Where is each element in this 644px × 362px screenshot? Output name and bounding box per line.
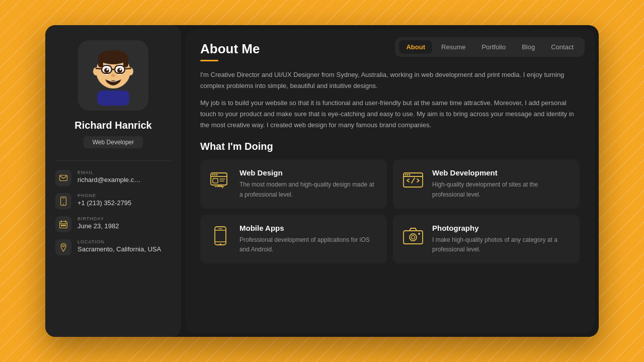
location-value: Sacramento, California, USA [77, 245, 161, 253]
bio-paragraph-1: I'm Creative Director and UI/UX Designer… [200, 69, 580, 92]
contact-info-birthday: BIRTHDAY June 23, 1982 [77, 216, 119, 230]
svg-point-58 [418, 233, 420, 235]
tab-about[interactable]: About [399, 40, 432, 54]
avatar [83, 45, 143, 106]
web-development-icon [403, 170, 424, 191]
web-development-name: Web Development [432, 168, 572, 177]
email-icon [55, 170, 71, 186]
tab-portfolio[interactable]: Portfolio [474, 40, 513, 54]
birthday-icon [55, 216, 71, 232]
title-underline [200, 60, 218, 61]
services-title: What I'm Doing [200, 141, 580, 152]
tab-resume[interactable]: Resume [434, 40, 472, 54]
sidebar: Richard Hanrick Web Developer EMAIL rich… [45, 25, 181, 337]
svg-point-10 [117, 68, 122, 73]
svg-point-4 [100, 51, 126, 61]
avatar-container [78, 40, 148, 111]
mobile-apps-info: Mobile Apps Professional development of … [239, 224, 379, 254]
svg-line-49 [412, 178, 415, 183]
svg-point-47 [407, 174, 409, 175]
web-development-info: Web Development High-quality development… [432, 168, 572, 199]
svg-point-56 [410, 234, 417, 241]
email-value: richard@example.c… [77, 176, 140, 184]
content-area: About Resume Portfolio Blog Contact Abou… [185, 29, 595, 333]
service-card-web-development: Web Development High-quality development… [393, 159, 580, 208]
contact-info-location: LOCATION Sacramento, California, USA [77, 239, 161, 253]
nav-tabs: About Resume Portfolio Blog Contact [395, 37, 585, 57]
bio-paragraph-2: My job is to build your website so that … [200, 98, 580, 131]
contact-item-phone: PHONE +1 (213) 352-2795 [55, 193, 171, 209]
contact-info-phone: PHONE +1 (213) 352-2795 [77, 193, 131, 207]
services-section: What I'm Doing [200, 141, 580, 263]
svg-point-32 [62, 245, 64, 247]
photography-icon-wrap [401, 224, 425, 248]
svg-point-46 [405, 174, 407, 175]
services-grid: Web Design The most modern and high-qual… [200, 159, 580, 263]
phone-label: PHONE [77, 193, 131, 198]
contact-item-location: LOCATION Sacramento, California, USA [55, 239, 171, 255]
photography-icon [403, 225, 424, 246]
svg-rect-38 [213, 178, 218, 183]
web-design-info: Web Design The most modern and high-qual… [239, 168, 379, 199]
svg-rect-29 [61, 225, 62, 226]
service-card-photography: Photography I make high-quality photos o… [393, 215, 580, 263]
contact-list: EMAIL richard@example.c… PHONE +1 (213) … [55, 170, 171, 255]
photography-info: Photography I make high-quality photos o… [432, 224, 572, 254]
svg-point-35 [212, 174, 214, 175]
svg-point-57 [412, 235, 415, 239]
photography-name: Photography [432, 224, 572, 232]
svg-point-53 [220, 243, 221, 245]
photography-desc: I make high-quality photos of any catego… [432, 235, 572, 254]
email-label: EMAIL [77, 170, 140, 175]
web-development-icon-wrap [401, 168, 425, 193]
profile-badge: Web Developer [84, 136, 143, 148]
tab-contact[interactable]: Contact [544, 40, 581, 54]
contact-info-email: EMAIL richard@example.c… [77, 170, 140, 184]
svg-rect-31 [64, 225, 66, 226]
service-card-web-design: Web Design The most modern and high-qual… [200, 159, 387, 208]
contact-item-birthday: BIRTHDAY June 23, 1982 [55, 216, 171, 232]
svg-line-16 [96, 68, 102, 69]
svg-line-17 [125, 68, 131, 69]
svg-point-12 [120, 68, 122, 70]
web-development-desc: High-quality development of sites at the… [432, 180, 572, 199]
web-design-icon [210, 170, 231, 191]
svg-rect-20 [97, 90, 129, 106]
phone-value: +1 (213) 352-2795 [77, 199, 131, 207]
location-label: LOCATION [77, 239, 161, 244]
svg-point-9 [104, 68, 109, 73]
main-card: Richard Hanrick Web Developer EMAIL rich… [45, 25, 599, 337]
profile-name: Richard Hanrick [74, 120, 151, 131]
birthday-label: BIRTHDAY [77, 216, 119, 221]
svg-point-48 [409, 174, 411, 175]
svg-rect-30 [63, 225, 64, 226]
mobile-apps-desc: Professional development of applications… [239, 235, 379, 254]
service-card-mobile-apps: Mobile Apps Professional development of … [200, 215, 387, 263]
web-design-desc: The most modern and high-quality design … [239, 180, 379, 199]
svg-point-11 [107, 68, 109, 70]
contact-item-email: EMAIL richard@example.c… [55, 170, 171, 186]
svg-point-37 [216, 174, 218, 175]
birthday-value: June 23, 1982 [77, 222, 119, 230]
mobile-apps-icon [210, 225, 231, 246]
mobile-apps-icon-wrap [208, 224, 232, 248]
svg-rect-55 [404, 231, 423, 244]
divider [55, 160, 171, 161]
tab-blog[interactable]: Blog [515, 40, 542, 54]
location-icon [55, 239, 71, 255]
web-design-icon-wrap [208, 168, 232, 193]
svg-point-23 [63, 204, 64, 205]
mobile-apps-name: Mobile Apps [239, 224, 379, 232]
svg-point-36 [214, 174, 216, 175]
web-design-name: Web Design [239, 168, 379, 177]
phone-icon [55, 193, 71, 209]
svg-point-18 [111, 74, 115, 77]
